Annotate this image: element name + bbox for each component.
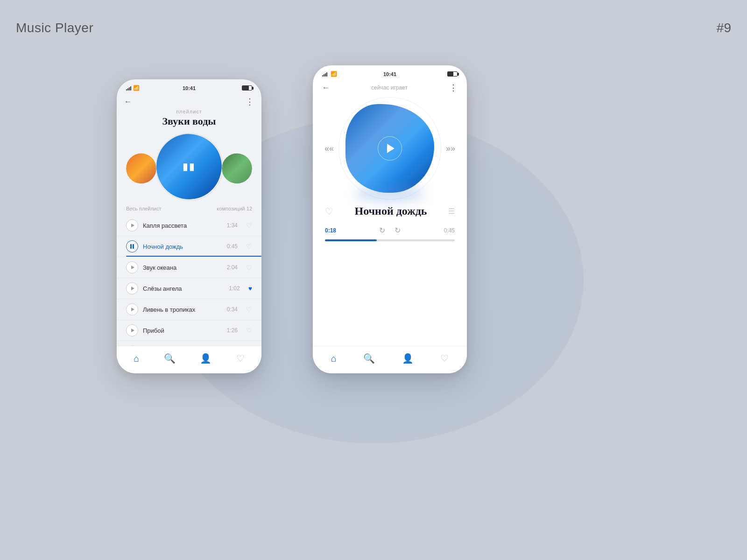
bottom-nav-1: ⌂ 🔍 👤 ♡ <box>117 346 261 373</box>
skip-next-button[interactable]: »» <box>446 144 455 154</box>
album-carousel: ▮▮ <box>117 131 261 206</box>
page-title: Music Player <box>16 21 93 35</box>
album-art-prev <box>126 154 156 184</box>
now-playing-header: ← сейчас играет ⋮ <box>313 80 467 95</box>
phone-playlist: 📶 10:41 ← ⋮ плейлист Звуки воды ▮▮ Весь <box>117 79 261 373</box>
track-play-button[interactable] <box>126 345 138 346</box>
track-name-active: Ночной дождь <box>143 243 222 250</box>
wifi-icon: 📶 <box>133 85 140 91</box>
track-item: Прибой 1:26 ♡ <box>117 320 261 341</box>
battery-icon <box>242 85 252 91</box>
playlist-info: Весь плейлист композиций 12 <box>117 206 261 215</box>
track-duration: 1:34 <box>227 222 238 229</box>
phone-now-playing: 📶 10:41 ← сейчас играет ⋮ «« »» ♡ Ночной <box>313 65 467 373</box>
progress-controls: ↻ ↻ <box>379 226 401 235</box>
playlist-label: плейлист <box>117 109 261 114</box>
pause-bar-2 <box>133 244 134 249</box>
track-name: Ливень в тропиках <box>143 306 222 313</box>
now-playing-label: сейчас играет <box>371 84 408 91</box>
progress-bar-fill <box>325 239 377 241</box>
track-play-button[interactable] <box>126 282 138 294</box>
album-art-orange <box>126 154 156 184</box>
track-name: Капля рассвета <box>143 222 222 229</box>
shuffle-icon[interactable]: ↻ <box>395 226 401 235</box>
signal-icon-2 <box>322 72 327 77</box>
nav-home-icon-2[interactable]: ⌂ <box>331 353 337 364</box>
playlist-info-left: Весь плейлист <box>126 206 161 211</box>
progress-section: 0:18 ↻ ↻ 0:45 <box>313 222 467 251</box>
track-item: Капля рассвета 1:34 ♡ <box>117 215 261 236</box>
track-play-button[interactable] <box>126 324 138 336</box>
play-triangle-icon <box>131 266 134 269</box>
play-triangle-icon <box>131 287 134 290</box>
like-button[interactable]: ♡ <box>325 206 333 217</box>
blob-art-blue: ▮▮ <box>156 134 222 199</box>
repeat-icon[interactable]: ↻ <box>379 226 385 235</box>
track-duration: 1:26 <box>227 327 238 334</box>
track-item: Слёзы ангела 1:02 ♥ <box>117 278 261 299</box>
track-item: Ливень в тропиках 0:34 ♡ <box>117 299 261 320</box>
pause-icon-track <box>130 244 134 249</box>
track-duration: 1:02 <box>229 285 240 292</box>
pause-icon: ▮▮ <box>183 161 196 172</box>
track-item: Звук океана 2:04 ♡ <box>117 257 261 278</box>
play-triangle-icon <box>131 224 134 227</box>
nav-search-icon[interactable]: 🔍 <box>164 353 176 364</box>
album-art-current[interactable]: ▮▮ <box>156 134 222 199</box>
track-duration-active: 0:45 <box>227 243 238 250</box>
nav-favorites-icon[interactable]: ♡ <box>236 353 245 364</box>
track-play-button[interactable] <box>126 261 138 273</box>
album-art-green <box>222 154 252 184</box>
status-bar-1: 📶 10:41 <box>117 79 261 94</box>
play-triangle-icon <box>131 308 134 311</box>
nav-home-icon[interactable]: ⌂ <box>134 353 139 364</box>
nav-search-icon-2[interactable]: 🔍 <box>363 353 375 364</box>
nav-profile-icon-2[interactable]: 👤 <box>402 353 414 364</box>
track-item: Морской бриз утром 0:51 ♡ <box>117 341 261 346</box>
track-list: Капля рассвета 1:34 ♡ Ночной дождь 0:45 … <box>117 215 261 346</box>
track-play-button[interactable] <box>126 303 138 315</box>
signal-group: 📶 <box>126 85 140 91</box>
heart-icon[interactable]: ♡ <box>246 264 252 271</box>
battery-icon-2 <box>447 71 458 77</box>
signal-icon <box>126 86 131 91</box>
playlist-info-right: композиций 12 <box>217 206 252 211</box>
menu-dots-1[interactable]: ⋮ <box>246 97 254 107</box>
skip-prev-button[interactable]: «« <box>324 144 334 154</box>
nav-favorites-icon-2[interactable]: ♡ <box>440 353 449 364</box>
top-nav-1: ← ⋮ <box>117 94 261 109</box>
heart-icon-filled[interactable]: ♥ <box>248 285 252 292</box>
track-duration: 2:04 <box>227 264 238 271</box>
status-time-1: 10:41 <box>183 85 196 91</box>
heart-icon-active[interactable]: ♡ <box>246 243 252 250</box>
track-item-active: Ночной дождь 0:45 ♡ <box>117 236 261 257</box>
menu-dots-2[interactable]: ⋮ <box>449 83 458 93</box>
play-triangle-icon-xl <box>387 144 395 153</box>
play-button[interactable] <box>378 136 402 161</box>
nav-profile-icon[interactable]: 👤 <box>200 353 211 364</box>
pause-bar-1 <box>130 244 132 249</box>
progress-row: 0:18 ↻ ↻ 0:45 <box>325 226 455 235</box>
heart-icon[interactable]: ♡ <box>246 306 252 313</box>
status-time-2: 10:41 <box>383 71 396 77</box>
time-current: 0:18 <box>325 227 336 234</box>
queue-icon[interactable]: ☰ <box>448 207 455 216</box>
track-pause-button[interactable] <box>126 240 138 252</box>
wifi-icon-2: 📶 <box>331 71 337 77</box>
page-number: #9 <box>717 21 731 35</box>
spacer <box>313 251 467 346</box>
back-button-2[interactable]: ← <box>322 84 330 92</box>
track-name: Прибой <box>143 327 222 334</box>
back-button-1[interactable]: ← <box>124 98 132 106</box>
play-triangle-icon <box>131 329 134 332</box>
bottom-nav-2: ⌂ 🔍 👤 ♡ <box>313 346 467 373</box>
heart-icon[interactable]: ♡ <box>246 327 252 334</box>
album-stage: «« »» <box>313 95 467 197</box>
progress-bar-container[interactable] <box>325 239 455 241</box>
heart-icon[interactable]: ♡ <box>246 222 252 229</box>
track-name: Слёзы ангела <box>143 285 224 292</box>
track-duration: 0:34 <box>227 306 238 313</box>
time-total: 0:45 <box>444 227 455 234</box>
track-play-button[interactable] <box>126 219 138 231</box>
signal-group-2: 📶 <box>322 71 337 77</box>
